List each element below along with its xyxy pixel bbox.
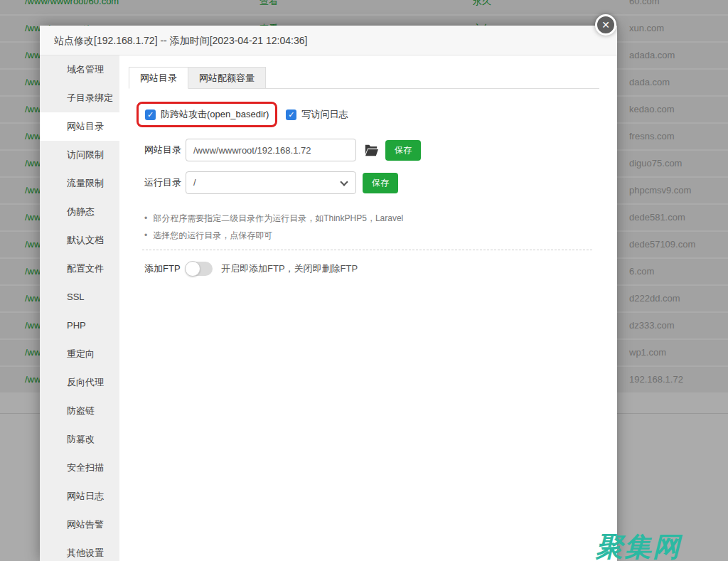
sidebar-item[interactable]: 重定向 <box>40 340 119 368</box>
sidebar-item[interactable]: 子目录绑定 <box>40 84 119 112</box>
run-dir-label: 运行目录 <box>144 176 186 189</box>
add-ftp-toggle[interactable] <box>186 262 213 276</box>
run-dir-select[interactable]: / <box>186 171 356 194</box>
sidebar-item[interactable]: SSL <box>40 283 119 311</box>
sidebar-item[interactable]: 网站日志 <box>40 482 119 511</box>
sidebar-item[interactable]: 反向代理 <box>40 368 119 397</box>
tab[interactable]: 网站配额容量 <box>188 67 266 89</box>
sidebar-item[interactable]: PHP <box>40 311 119 340</box>
ftp-hint-text: 开启即添加FTP，关闭即删除FTP <box>221 262 358 275</box>
sidebar-item[interactable]: 配置文件 <box>40 255 119 283</box>
save-site-dir-button[interactable]: 保存 <box>385 140 421 161</box>
run-dir-selected-value: / <box>193 177 196 188</box>
sidebar-item[interactable]: 伪静态 <box>40 198 119 226</box>
save-run-dir-button[interactable]: 保存 <box>363 173 398 193</box>
dialog-title: 站点修改[192.168.1.72] -- 添加时间[2023-04-21 12… <box>40 26 617 55</box>
sidebar-item[interactable]: 网站告警 <box>40 511 119 539</box>
add-ftp-label: 添加FTP <box>144 262 186 275</box>
folder-open-icon[interactable] <box>363 143 379 157</box>
site-dir-label: 网站目录 <box>144 144 186 156</box>
toggle-knob <box>185 261 200 277</box>
tab[interactable]: 网站目录 <box>129 67 188 89</box>
site-modify-dialog: ✕ 站点修改[192.168.1.72] -- 添加时间[2023-04-21 … <box>40 26 617 561</box>
close-icon[interactable]: ✕ <box>595 14 616 36</box>
sidebar-item[interactable]: 访问限制 <box>40 141 119 169</box>
sidebar-item[interactable]: 网站目录 <box>40 112 119 141</box>
open-basedir-label: 防跨站攻击(open_basedir) <box>161 108 269 121</box>
sidebar-item[interactable]: 防篡改 <box>40 425 119 454</box>
dialog-content: 网站目录网站配额容量 ✓ 防跨站攻击(open_basedir) ✓ 写访问日志… <box>119 55 617 561</box>
tab-bar: 网站目录网站配额容量 <box>129 67 599 89</box>
note-line: 部分程序需要指定二级目录作为运行目录，如ThinkPHP5，Laravel <box>144 210 599 227</box>
sidebar-item[interactable]: 其他设置 <box>40 539 119 561</box>
access-log-label: 写访问日志 <box>301 108 348 121</box>
open-basedir-highlight-box: ✓ 防跨站攻击(open_basedir) <box>136 102 277 127</box>
section-divider <box>142 250 592 250</box>
access-log-checkbox[interactable]: ✓ <box>286 109 296 120</box>
dialog-sidebar: 域名管理子目录绑定网站目录访问限制流量限制伪静态默认文档配置文件SSLPHP重定… <box>40 55 119 561</box>
chevron-down-icon <box>340 178 348 186</box>
open-basedir-checkbox[interactable]: ✓ <box>145 109 156 120</box>
site-dir-input[interactable] <box>186 139 356 161</box>
sidebar-item[interactable]: 流量限制 <box>40 169 119 198</box>
sidebar-item[interactable]: 域名管理 <box>40 55 119 84</box>
run-dir-notes: 部分程序需要指定二级目录作为运行目录，如ThinkPHP5，Laravel选择您… <box>144 210 599 244</box>
note-line: 选择您的运行目录，点保存即可 <box>144 227 599 244</box>
sidebar-item[interactable]: 安全扫描 <box>40 454 119 482</box>
sidebar-item[interactable]: 防盗链 <box>40 397 119 425</box>
sidebar-item[interactable]: 默认文档 <box>40 226 119 255</box>
watermark-text: 聚集网 <box>596 529 681 561</box>
